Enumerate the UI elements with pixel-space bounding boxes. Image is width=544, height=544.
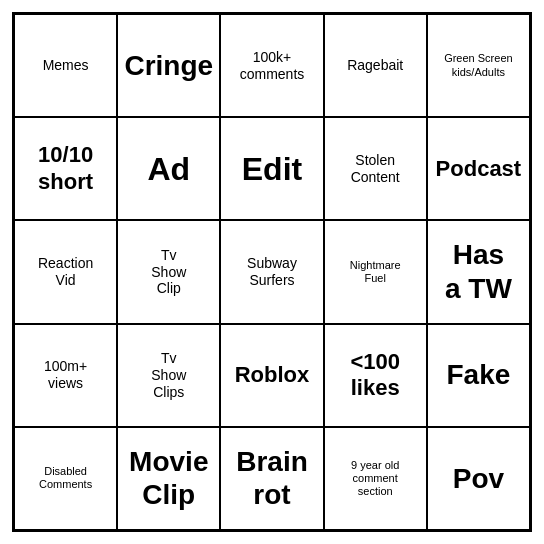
bingo-cell-text-22: Brain rot bbox=[225, 445, 318, 512]
bingo-cell-text-19: Fake bbox=[432, 358, 525, 392]
bingo-cell-9: Podcast bbox=[427, 117, 530, 220]
bingo-cell-text-9: Podcast bbox=[432, 156, 525, 182]
bingo-cell-text-15: 100m+ views bbox=[19, 358, 112, 392]
bingo-cell-24: Pov bbox=[427, 427, 530, 530]
bingo-cell-12: Subway Surfers bbox=[220, 220, 323, 323]
bingo-cell-17: Roblox bbox=[220, 324, 323, 427]
bingo-cell-5: 10/10 short bbox=[14, 117, 117, 220]
bingo-cell-21: Movie Clip bbox=[117, 427, 220, 530]
bingo-cell-7: Edit bbox=[220, 117, 323, 220]
bingo-cell-3: Ragebait bbox=[324, 14, 427, 117]
bingo-cell-text-5: 10/10 short bbox=[19, 142, 112, 195]
bingo-cell-0: Memes bbox=[14, 14, 117, 117]
bingo-cell-text-16: Tv Show Clips bbox=[122, 350, 215, 400]
bingo-cell-19: Fake bbox=[427, 324, 530, 427]
bingo-cell-text-0: Memes bbox=[19, 57, 112, 74]
bingo-cell-13: Nightmare Fuel bbox=[324, 220, 427, 323]
bingo-cell-text-18: <100 likes bbox=[329, 349, 422, 402]
bingo-cell-6: Ad bbox=[117, 117, 220, 220]
bingo-cell-18: <100 likes bbox=[324, 324, 427, 427]
bingo-cell-text-3: Ragebait bbox=[329, 57, 422, 74]
bingo-cell-text-20: Disabled Comments bbox=[19, 465, 112, 491]
bingo-cell-text-21: Movie Clip bbox=[122, 445, 215, 512]
bingo-cell-text-4: Green Screen kids/Adults bbox=[432, 52, 525, 78]
bingo-cell-11: Tv Show Clip bbox=[117, 220, 220, 323]
bingo-cell-text-2: 100k+ comments bbox=[225, 49, 318, 83]
bingo-cell-23: 9 year old comment section bbox=[324, 427, 427, 530]
bingo-cell-15: 100m+ views bbox=[14, 324, 117, 427]
bingo-cell-text-23: 9 year old comment section bbox=[329, 459, 422, 499]
bingo-cell-text-6: Ad bbox=[122, 150, 215, 188]
bingo-board: MemesCringe100k+ commentsRagebaitGreen S… bbox=[12, 12, 532, 532]
bingo-cell-text-10: Reaction Vid bbox=[19, 255, 112, 289]
bingo-cell-14: Has a TW bbox=[427, 220, 530, 323]
bingo-cell-10: Reaction Vid bbox=[14, 220, 117, 323]
bingo-cell-text-12: Subway Surfers bbox=[225, 255, 318, 289]
bingo-cell-22: Brain rot bbox=[220, 427, 323, 530]
bingo-cell-text-1: Cringe bbox=[122, 49, 215, 83]
bingo-cell-4: Green Screen kids/Adults bbox=[427, 14, 530, 117]
bingo-cell-text-24: Pov bbox=[432, 462, 525, 496]
bingo-cell-16: Tv Show Clips bbox=[117, 324, 220, 427]
bingo-cell-text-13: Nightmare Fuel bbox=[329, 259, 422, 285]
bingo-cell-8: Stolen Content bbox=[324, 117, 427, 220]
bingo-cell-20: Disabled Comments bbox=[14, 427, 117, 530]
bingo-cell-text-14: Has a TW bbox=[432, 238, 525, 305]
bingo-cell-text-8: Stolen Content bbox=[329, 152, 422, 186]
bingo-cell-text-7: Edit bbox=[225, 150, 318, 188]
bingo-cell-text-11: Tv Show Clip bbox=[122, 247, 215, 297]
bingo-cell-2: 100k+ comments bbox=[220, 14, 323, 117]
bingo-cell-text-17: Roblox bbox=[225, 362, 318, 388]
bingo-cell-1: Cringe bbox=[117, 14, 220, 117]
